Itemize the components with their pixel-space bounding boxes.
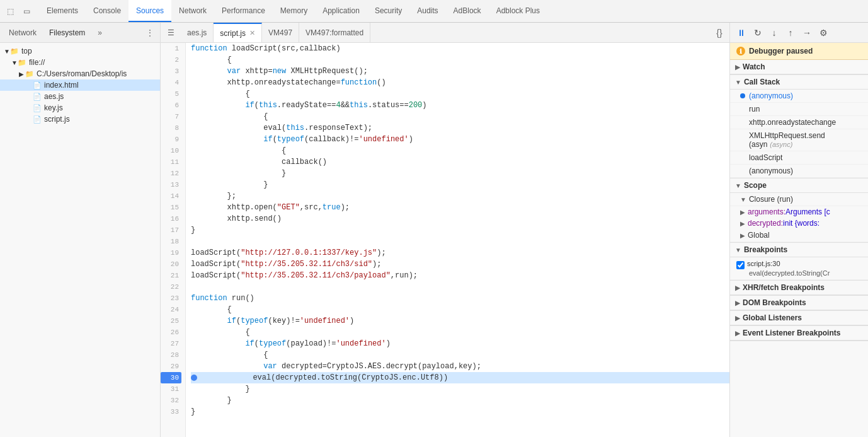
format-button[interactable]: {} xyxy=(712,25,727,40)
breakpoints-header[interactable]: ▼ Breakpoints xyxy=(730,243,868,257)
topbar-tab-adblock-plus[interactable]: Adblock Plus xyxy=(489,0,547,22)
inspect-icon[interactable]: ⬚ xyxy=(3,4,18,19)
line-number: 11 xyxy=(161,156,181,168)
tree-item-top[interactable]: ▼ 📁top xyxy=(0,45,160,57)
tree-item-script-js[interactable]: 📄script.js xyxy=(0,114,160,125)
device-icon[interactable]: ▭ xyxy=(19,4,34,19)
code-line: if(typeof(callback)!='undefined') xyxy=(191,134,729,145)
xhr-header[interactable]: ▶ XHR/fetch Breakpoints xyxy=(730,281,868,295)
call-stack-item[interactable]: XMLHttpRequest.send (asyn(async) xyxy=(730,129,868,151)
deactivate-button[interactable]: → xyxy=(799,25,814,40)
tree-item-label: aes.js xyxy=(44,92,64,101)
scope-item-val: Arguments [c xyxy=(785,207,830,216)
event-listeners-header[interactable]: ▶ Event Listener Breakpoints xyxy=(730,326,868,341)
line-number: 32 xyxy=(161,395,181,406)
code-editor[interactable]: 1234567891011121314151617181920212223242… xyxy=(161,43,729,437)
editor-tab-aes-js[interactable]: aes.js xyxy=(181,23,214,42)
topbar-tab-network[interactable]: Network xyxy=(171,0,214,22)
editor-tab-close[interactable]: ✕ xyxy=(249,29,255,37)
code-line: xhttp.open("GET",src,true); xyxy=(191,202,729,213)
tree-item-aes-js[interactable]: 📄aes.js xyxy=(0,91,160,102)
editor-tab-vm497-formatted[interactable]: VM497:formatted xyxy=(299,23,370,42)
breakpoints-items: script.js:30 eval(decrypted.toString(Cr xyxy=(730,257,868,280)
code-token xyxy=(191,100,245,111)
topbar-tab-audits[interactable]: Audits xyxy=(409,0,445,22)
sidebar-tab-network[interactable]: Network xyxy=(3,26,43,40)
topbar-tab-security[interactable]: Security xyxy=(367,0,409,22)
breakpoint-checkbox[interactable] xyxy=(736,261,745,269)
topbar-tab-console[interactable]: Console xyxy=(86,0,128,22)
line-number: 28 xyxy=(161,349,181,361)
code-token: { xyxy=(191,88,250,100)
topbar-tab-adblock[interactable]: AdBlock xyxy=(446,0,489,22)
watch-header[interactable]: ▶ Watch xyxy=(730,60,868,74)
code-token xyxy=(191,66,227,77)
tree-item-label: script.js xyxy=(44,115,70,124)
editor-sidebar-toggle[interactable]: ☰ xyxy=(163,25,178,40)
code-token: 200 xyxy=(409,100,423,111)
sidebar-tab-filesystem[interactable]: Filesystem xyxy=(43,26,91,40)
dom-header[interactable]: ▶ DOM Breakpoints xyxy=(730,296,868,310)
code-token: { xyxy=(191,327,250,338)
pause-button[interactable]: ⏸ xyxy=(734,25,749,40)
sidebar-kebab-icon[interactable]: ⋮ xyxy=(142,26,157,40)
paused-banner: ℹ Debugger paused xyxy=(730,43,868,60)
sidebar: Network Filesystem » ⋮ ▼ 📁top▼ 📁file://▶… xyxy=(0,23,161,437)
scope-tree-item[interactable]: ▶ arguments: Arguments [c xyxy=(730,206,868,218)
tree-item-desktop-path[interactable]: ▶ 📁C:/Users/roman/Desktop/is xyxy=(0,68,160,79)
code-token: } xyxy=(191,168,286,179)
scope-global-header[interactable]: ▶ Global xyxy=(730,229,868,242)
code-line: }; xyxy=(191,190,729,202)
dom-arrow-icon: ▶ xyxy=(735,300,740,306)
code-token: (payload)!= xyxy=(286,338,336,349)
current-line-indicator xyxy=(191,375,197,381)
code-token: loadScript(src,callback) xyxy=(227,43,341,54)
tree-item-file-root[interactable]: ▼ 📁file:// xyxy=(0,57,160,68)
step-out-button[interactable]: ↑ xyxy=(783,25,798,40)
global-listeners-header[interactable]: ▶ Global Listeners xyxy=(730,311,868,325)
code-token: if xyxy=(245,100,254,111)
code-token: () xyxy=(377,77,385,88)
call-stack-header[interactable]: ▼ Call Stack xyxy=(730,75,868,90)
breakpoint-item[interactable]: script.js:30 eval(decrypted.toString(Cr xyxy=(730,257,868,280)
file-icon: 📄 xyxy=(33,93,42,101)
scope-tree-item[interactable]: ▶ decrypted: init {words: xyxy=(730,218,868,229)
event-listeners-label: Event Listener Breakpoints xyxy=(743,329,840,337)
scope-header[interactable]: ▼ Scope xyxy=(730,178,868,193)
editor-tab-script-js[interactable]: script.js✕ xyxy=(214,23,262,42)
line-number: 18 xyxy=(161,236,181,247)
topbar-tab-performance[interactable]: Performance xyxy=(214,0,273,22)
breakpoint-file-label: script.js:30 xyxy=(747,260,780,267)
code-token: loadScript( xyxy=(191,270,241,281)
topbar-tab-elements[interactable]: Elements xyxy=(39,0,86,22)
line-number: 4 xyxy=(161,77,181,88)
topbar-tab-application[interactable]: Application xyxy=(315,0,367,22)
topbar-tab-sources[interactable]: Sources xyxy=(128,0,171,22)
call-stack-item[interactable]: run xyxy=(730,103,868,116)
sidebar-more-icon[interactable]: » xyxy=(93,26,107,40)
code-line: var decrypted=CryptoJS.AES.decrypt(paylo… xyxy=(191,361,729,372)
tree-item-index-html[interactable]: 📄index.html xyxy=(0,79,160,91)
closure-arrow-icon: ▼ xyxy=(740,196,746,203)
code-token: ); xyxy=(372,259,381,270)
step-over-button[interactable]: ↻ xyxy=(750,25,765,40)
editor-tab-vm497[interactable]: VM497 xyxy=(262,23,299,42)
scope-closure-header[interactable]: ▼ Closure (run) xyxy=(730,193,868,206)
xhr-label: XHR/fetch Breakpoints xyxy=(743,283,825,292)
settings-button[interactable]: ⚙ xyxy=(816,25,831,40)
step-into-button[interactable]: ↓ xyxy=(767,25,782,40)
line-number: 15 xyxy=(161,202,181,213)
call-stack-item[interactable]: (anonymous) xyxy=(730,165,868,178)
code-line: } xyxy=(191,224,729,236)
code-token: { xyxy=(191,111,268,122)
folder-icon: 📁 xyxy=(10,47,19,55)
global-listeners-label: Global Listeners xyxy=(743,313,802,322)
call-stack-item[interactable]: (anonymous) xyxy=(730,90,868,103)
tree-item-key-js[interactable]: 📄key.js xyxy=(0,102,160,114)
call-stack-item[interactable]: xhttp.onreadystatechange xyxy=(730,116,868,129)
call-stack-fn-name: (anonymous) xyxy=(749,91,793,100)
editor-tab-label: VM497 xyxy=(268,28,292,37)
topbar-tab-memory[interactable]: Memory xyxy=(273,0,315,22)
call-stack-item[interactable]: loadScript xyxy=(730,151,868,165)
scope-label: Scope xyxy=(744,181,767,190)
